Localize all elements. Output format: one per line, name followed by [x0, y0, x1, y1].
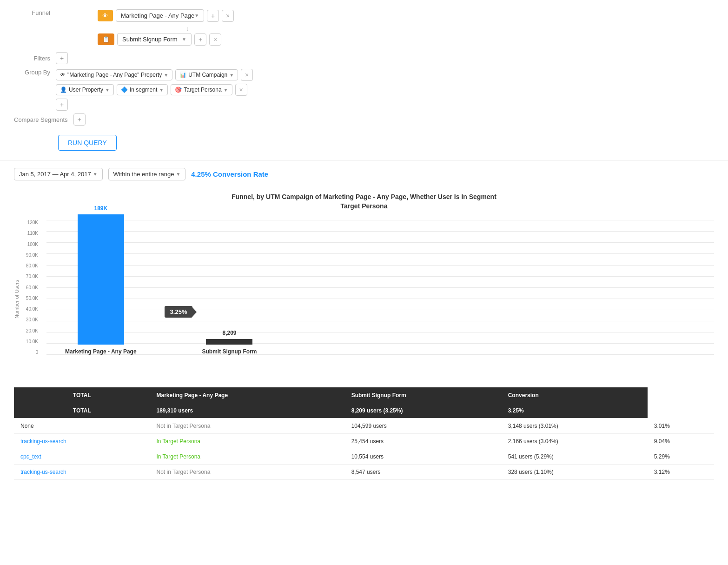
funnel-arrow-down: ↓ [142, 25, 234, 32]
table-header-step1: Marketing Page - Any Page [150, 387, 344, 403]
step1-chevron: ▼ [194, 13, 199, 18]
in-segment-label: In segment [130, 86, 157, 93]
table-row: tracking-us-search Not in Target Persona… [14, 465, 714, 480]
filters-add-btn[interactable]: + [56, 52, 68, 64]
step2-name: Submit Signup Form [122, 36, 178, 43]
utm-tag-chevron: ▼ [229, 73, 234, 78]
row1-col2: 25,454 users [345, 434, 502, 449]
y-label-0: 0 [14, 350, 38, 355]
step2-remove-btn[interactable]: × [209, 33, 221, 46]
results-header: Jan 5, 2017 — Apr 4, 2017 ▼ Within the e… [14, 168, 714, 180]
target-persona-label: Target Persona [184, 86, 221, 93]
row0-col2: 104,599 users [345, 419, 502, 434]
compare-segments-add-btn[interactable]: + [73, 113, 86, 126]
row2-persona: In Target Persona [150, 449, 344, 465]
step2-chevron: ▼ [182, 37, 186, 42]
conversion-rate-value: 4.25% [191, 170, 211, 178]
chart-title: Funnel, by UTM Campaign of Marketing Pag… [225, 193, 503, 211]
group-tag-utm-campaign[interactable]: 📊 UTM Campaign ▼ [175, 69, 238, 80]
funnel-label: Funnel [14, 9, 56, 16]
group-tag-target-persona[interactable]: 🎯 Target Persona ▼ [171, 84, 232, 95]
row1-persona: In Target Persona [150, 434, 344, 449]
filters-label: Filters [14, 55, 56, 62]
compare-segments-label: Compare Segments [14, 116, 73, 123]
row3-col3: 328 users (1.10%) [502, 465, 648, 480]
group-by-row2-remove[interactable]: × [235, 84, 247, 96]
step1-name: Marketing Page - Any Page [121, 12, 194, 19]
total-col1: TOTAL [14, 403, 150, 419]
y-label-8: 80.0K [14, 263, 38, 268]
step1-add-btn[interactable]: + [207, 10, 219, 22]
user-property-label: User Property [69, 86, 103, 93]
total-col4: 3.25% [502, 403, 648, 419]
row3-col2: 8,547 users [345, 465, 502, 480]
data-table: TOTAL Marketing Page - Any Page Submit S… [14, 387, 714, 480]
in-segment-icon: 🔷 [121, 86, 128, 93]
table-row: None Not in Target Persona 104,599 users… [14, 419, 714, 434]
marketing-tag-label: "Marketing Page - Any Page" Property [67, 72, 162, 78]
step2-icon-badge: 📋 [98, 33, 114, 45]
row0-persona: Not in Target Persona [150, 419, 344, 434]
eye-icon: 👁 [102, 12, 108, 19]
y-label-12: 120K [14, 220, 38, 225]
group-tag-user-property[interactable]: 👤 User Property ▼ [56, 84, 114, 95]
row0-col3: 3,148 users (3.01%) [502, 419, 648, 434]
row3-persona: Not in Target Persona [150, 465, 344, 480]
group-by-row1-remove[interactable]: × [241, 69, 253, 81]
user-property-chevron: ▼ [105, 87, 110, 93]
row2-col3: 541 users (5.29%) [502, 449, 648, 465]
date-range-text: Jan 5, 2017 — Apr 4, 2017 [19, 171, 91, 178]
bar2: 8,209 [206, 339, 252, 345]
y-label-10: 100K [14, 242, 38, 247]
bar1: 189K [78, 214, 124, 345]
within-chevron: ▼ [176, 172, 180, 177]
conversion-arrow-badge: 3.25% [165, 306, 193, 318]
table-header-conversion: Conversion [502, 387, 648, 403]
y-axis-title: Number of Users [14, 276, 20, 322]
run-query-button[interactable]: RUN QUERY [58, 135, 117, 151]
row2-segment: cpc_text [14, 449, 150, 465]
table-total-row: TOTAL 189,310 users 8,209 users (3.25%) … [14, 403, 714, 419]
conversion-rate-label: Conversion Rate [213, 170, 268, 178]
row2-col2: 10,554 users [345, 449, 502, 465]
bar1-x-label: Marketing Page - Any Page [65, 348, 137, 355]
within-range-text: Within the entire range [113, 171, 174, 178]
in-segment-chevron: ▼ [159, 87, 164, 93]
group-tag-marketing-property[interactable]: 👁 "Marketing Page - Any Page" Property ▼ [56, 69, 172, 80]
date-range-select[interactable]: Jan 5, 2017 — Apr 4, 2017 ▼ [14, 168, 103, 180]
bar1-label: 189K [94, 205, 107, 212]
table-header-step2: Submit Signup Form [345, 387, 502, 403]
date-chevron: ▼ [93, 172, 98, 177]
target-persona-chevron: ▼ [224, 87, 228, 93]
step1-icon-badge: 👁 [98, 10, 113, 21]
chart-section: Funnel, by UTM Campaign of Marketing Pag… [14, 188, 714, 383]
utm-tag-label: UTM Campaign [188, 72, 227, 78]
row1-col3: 2,166 users (3.04%) [502, 434, 648, 449]
row3-col4: 3.12% [648, 465, 714, 480]
total-col3: 8,209 users (3.25%) [345, 403, 502, 419]
submit-icon: 📋 [102, 36, 110, 43]
within-range-select[interactable]: Within the entire range ▼ [108, 168, 186, 180]
bar2-x-label: Submit Signup Form [202, 348, 257, 355]
step2-select[interactable]: Submit Signup Form ▼ [117, 33, 192, 46]
marketing-tag-icon: 👁 [60, 72, 66, 78]
y-label-1: 10.0K [14, 339, 38, 344]
row1-segment: tracking-us-search [14, 434, 150, 449]
row2-col4: 5.29% [648, 449, 714, 465]
total-col2: 189,310 users [150, 403, 344, 419]
y-label-11: 110K [14, 231, 38, 236]
group-by-add-btn[interactable]: + [56, 99, 68, 111]
conversion-rate-display: 4.25% Conversion Rate [191, 170, 268, 178]
y-label-2: 20.0K [14, 328, 38, 333]
row0-col4: 3.01% [648, 419, 714, 434]
step2-add-btn[interactable]: + [194, 33, 206, 46]
step1-remove-btn[interactable]: × [222, 10, 234, 22]
row1-col4: 9.04% [648, 434, 714, 449]
row0-segment: None [14, 419, 150, 434]
marketing-tag-chevron: ▼ [164, 73, 168, 78]
group-tag-in-segment[interactable]: 🔷 In segment ▼ [117, 84, 168, 95]
step1-select[interactable]: Marketing Page - Any Page ▼ [116, 9, 204, 22]
user-property-icon: 👤 [60, 86, 67, 93]
row3-segment: tracking-us-search [14, 465, 150, 480]
utm-tag-icon: 📊 [179, 72, 186, 78]
